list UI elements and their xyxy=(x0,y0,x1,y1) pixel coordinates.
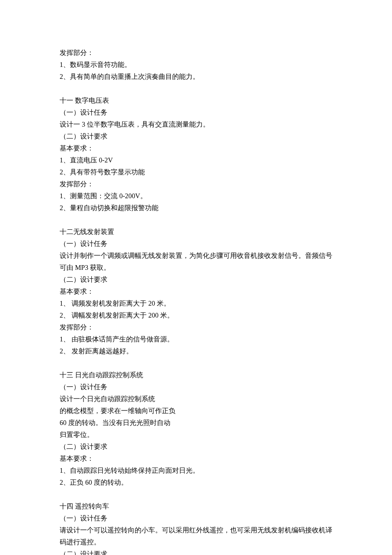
blank-line xyxy=(60,357,332,369)
text-line: 归置零位。 xyxy=(60,429,332,441)
text-line: 发挥部分： xyxy=(60,178,332,190)
text-line: 2、量程自动切换和超限报警功能 xyxy=(60,202,332,214)
document-page: 发挥部分：1、数码显示音符功能。2、具有简单的自动重播上次演奏曲目的能力。十一 … xyxy=(0,0,392,555)
text-line: 基本要求： xyxy=(60,142,332,154)
blank-line xyxy=(60,489,332,500)
text-line: （一）设计任务 xyxy=(60,107,332,119)
text-line: （二）设计要求 xyxy=(60,548,332,555)
text-line: （二）设计要求 xyxy=(60,130,332,142)
text-line: 设计一个日光自动跟踪控制系统 xyxy=(60,393,332,405)
text-line: 十二无线发射装置 xyxy=(60,226,332,238)
text-line: 发挥部分： xyxy=(60,321,332,333)
text-line: 设计并制作一个调频或调幅无线发射装置，为简化步骤可用收音机接收发射信号。音频信号… xyxy=(60,250,332,274)
text-line: （二）设计要求 xyxy=(60,274,332,286)
text-line: 1、 由驻极体话筒产生的信号做音源。 xyxy=(60,333,332,345)
text-line: 1、测量范围：交流 0-200V。 xyxy=(60,190,332,202)
text-line: （二）设计要求 xyxy=(60,441,332,453)
text-line: （一）设计任务 xyxy=(60,381,332,393)
blank-line xyxy=(60,83,332,95)
text-line: 1、 调频发射机发射距离大于 20 米。 xyxy=(60,298,332,309)
text-line: 2、具有带符号数字显示功能 xyxy=(60,166,332,178)
text-line: 的概念模型，要求在一维轴向可作正负 xyxy=(60,405,332,417)
text-line: 60 度的转动。当没有日光光照时自动 xyxy=(60,417,332,429)
text-line: 2、 发射距离越远越好。 xyxy=(60,345,332,357)
blank-line xyxy=(60,214,332,226)
text-line: 1、自动跟踪日光转动始终保持正向面对日光。 xyxy=(60,465,332,477)
text-line: 十三 日光自动跟踪控制系统 xyxy=(60,369,332,381)
text-line: 十一 数字电压表 xyxy=(60,95,332,107)
text-line: （一）设计任务 xyxy=(60,238,332,250)
text-line: 2、 调幅发射机发射距离大于 200 米。 xyxy=(60,309,332,321)
text-line: 1、数码显示音符功能。 xyxy=(60,59,332,71)
text-line: 基本要求： xyxy=(60,453,332,465)
text-line: 2、具有简单的自动重播上次演奏曲目的能力。 xyxy=(60,71,332,83)
text-line: 2、正负 60 度的转动。 xyxy=(60,477,332,489)
text-line: 发挥部分： xyxy=(60,47,332,59)
text-line: 十四 遥控转向车 xyxy=(60,500,332,512)
text-line: 请设计一个可以遥控转向的小车。可以采用红外线遥控，也可采用无线发射机编码接收机译… xyxy=(60,524,332,548)
text-line: 基本要求： xyxy=(60,286,332,298)
text-line: （一）设计任务 xyxy=(60,512,332,524)
text-line: 1、直流电压 0-2V xyxy=(60,154,332,166)
text-line: 设计一 3 位半数字电压表，具有交直流测量能力。 xyxy=(60,119,332,130)
